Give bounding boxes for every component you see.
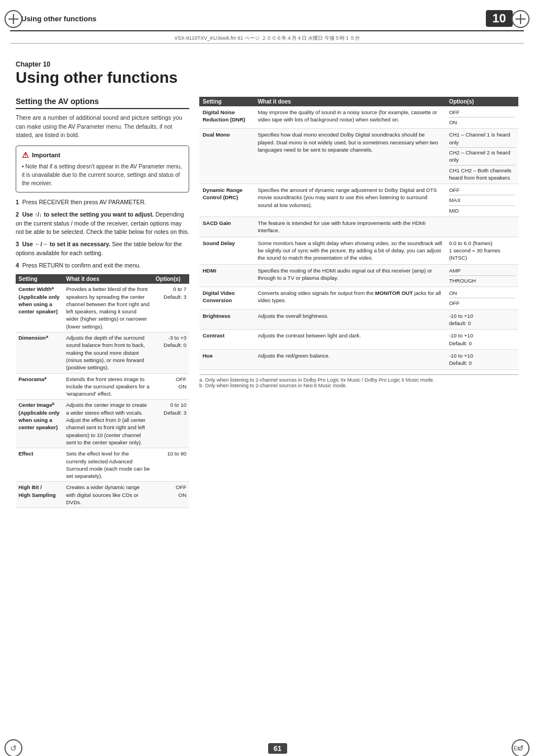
important-title: ⚠ Important [22, 151, 183, 159]
right-setting-what: May improve the quality of sound in a no… [254, 106, 446, 129]
right-setting-name: Digital Noise Reduction (DNR) [199, 106, 254, 129]
left-table-header-options: Option(s) [153, 274, 189, 284]
right-table-row: BrightnessAdjusts the overall brightness… [199, 309, 518, 330]
left-setting-options: 0 to 7 Default: 3 [153, 284, 189, 332]
left-table-row: Center Imageᵇ (Applicable only when usin… [16, 400, 189, 448]
page-lang: En [514, 745, 521, 752]
right-setting-what: Specifies the amount of dynamic range ad… [254, 184, 446, 217]
right-setting-name: Sound Delay [199, 237, 254, 264]
two-column-layout: Setting the AV options There are a numbe… [16, 97, 518, 509]
left-setting-options: -3 to +3 Default: 0 [153, 332, 189, 373]
right-setting-name: Dynamic Range Control (DRC) [199, 184, 254, 217]
left-setting-options: 0 to 10 Default: 3 [153, 400, 189, 448]
step-1: 1 Press RECEIVER then press AV PARAMETER… [16, 198, 189, 207]
right-table-row: Dual MonoSpecifies how dual mono encoded… [199, 129, 518, 184]
left-setting-name: Center Widthᵃ (Applicable only when usin… [16, 284, 63, 332]
left-setting-name: Panoramaᵃ [16, 373, 63, 400]
right-table-row: Digital Noise Reduction (DNR)May improve… [199, 106, 518, 129]
page-number: 61 [268, 743, 287, 754]
right-setting-options: ONOFF [446, 287, 518, 310]
right-setting-name: SACD Gain [199, 217, 254, 237]
corner-decoration-tr [512, 10, 530, 28]
right-setting-what: Adjusts the overall brightness. [254, 309, 446, 330]
right-table-row: Sound DelaySome monitors have a slight d… [199, 237, 518, 264]
corner-decoration-tl [4, 10, 22, 28]
section-intro: There are a number of additional sound a… [16, 114, 189, 140]
right-setting-what: Adjusts the contrast between light and d… [254, 330, 446, 350]
left-setting-name: Dimensionᵃ [16, 332, 63, 373]
left-setting-options: OFF ON [153, 373, 189, 400]
right-table-row: Digital Video ConversionConverts analog … [199, 287, 518, 310]
chapter-label: Chapter 10 [16, 60, 518, 68]
right-column: Setting What it does Option(s) Digital N… [199, 97, 518, 388]
right-setting-name: Hue [199, 349, 254, 369]
right-table-row: Dynamic Range Control (DRC)Specifies the… [199, 184, 518, 217]
right-setting-options: -10 to +10 Default: 0 [446, 330, 518, 350]
left-setting-what: Adjusts the center image to create a wid… [63, 400, 153, 448]
footnote-b: b. Only when listening to 2-channel sour… [199, 383, 518, 388]
step-2: 2 Use ↑/↓ to select the setting you want… [16, 210, 189, 237]
left-table-header-setting: Setting [16, 274, 63, 284]
right-table-row: HueAdjusts the red/green balance.-10 to … [199, 349, 518, 369]
header-chapter-number: 10 [486, 10, 513, 27]
right-setting-name: Brightness [199, 309, 254, 330]
warning-icon: ⚠ [22, 151, 29, 159]
section-title: Setting the AV options [16, 97, 189, 109]
step-3: 3 Use ←/→ to set it as necessary. See th… [16, 240, 189, 258]
left-table-row: PanoramaᵃExtends the front stereo image … [16, 373, 189, 400]
right-setting-name: Dual Mono [199, 129, 254, 184]
right-settings-table: Setting What it does Option(s) Digital N… [199, 97, 518, 370]
chapter-title: Using other functions [16, 69, 518, 87]
left-setting-what: Provides a better blend of the front spe… [63, 284, 153, 332]
right-setting-options: 0.0 to 6.0 (frames) 1 second = 30 frames… [446, 237, 518, 264]
page-footer: 61 En [0, 743, 534, 754]
left-table-row: DimensionᵃAdjusts the depth of the surro… [16, 332, 189, 373]
right-setting-options: -10 to +10 default: 0 [446, 309, 518, 330]
footnote-a: a. Only when listening to 2-channel sour… [199, 377, 518, 383]
left-setting-name: Center Imageᵇ (Applicable only when usin… [16, 400, 63, 448]
right-table-header-options: Option(s) [446, 97, 518, 106]
file-info: VSX-9110TXV_KU.book.fm 61 ページ ２００６年４月４日 … [10, 34, 524, 44]
right-setting-what: Some monitors have a slight delay when s… [254, 237, 446, 264]
right-setting-options: -10 to +10 Default: 0 [446, 349, 518, 369]
left-setting-what: Creates a wider dynamic range with digit… [63, 482, 153, 508]
right-setting-options [446, 217, 518, 237]
main-content: Chapter 10 Using other functions Setting… [10, 60, 524, 508]
right-table-row: ContrastAdjusts the contrast between lig… [199, 330, 518, 350]
right-setting-name: Contrast [199, 330, 254, 350]
left-setting-options: OFF ON [153, 482, 189, 508]
left-table-row: EffectSets the effect level for the curr… [16, 448, 189, 482]
left-setting-what: Extends the front stereo image to includ… [63, 373, 153, 400]
right-table-header-setting: Setting [199, 97, 254, 106]
right-setting-what: Converts analog video signals for output… [254, 287, 446, 310]
right-setting-options: OFFMAXMID [446, 184, 518, 217]
right-setting-name: HDMI [199, 264, 254, 287]
left-setting-name: Effect [16, 448, 63, 482]
important-box: ⚠ Important • Note that if a setting doe… [16, 145, 189, 192]
footnotes: a. Only when listening to 2-channel sour… [199, 374, 518, 388]
right-setting-options: AMPTHROUGH [446, 264, 518, 287]
important-body: • Note that if a setting doesn't appear … [22, 162, 183, 187]
right-setting-what: Adjusts the red/green balance. [254, 349, 446, 369]
right-table-header-what: What it does [254, 97, 446, 106]
left-column: Setting the AV options There are a numbe… [16, 97, 189, 509]
left-table-row: High Bit / High SamplingCreates a wider … [16, 482, 189, 508]
top-header: Using other functions 10 [10, 6, 524, 31]
right-setting-options: OFFON [446, 106, 518, 129]
right-setting-options: CH1 – Channel 1 is heard onlyCH2 – Chann… [446, 129, 518, 184]
left-setting-name: High Bit / High Sampling [16, 482, 63, 508]
step-4: 4 Press RETURN to confirm and exit the m… [16, 261, 189, 270]
right-setting-what: Specifies how dual mono encoded Dolby Di… [254, 129, 446, 184]
left-setting-what: Sets the effect level for the currently … [63, 448, 153, 482]
right-table-row: SACD GainThe feature is intended for use… [199, 217, 518, 237]
page: ↺ ↺ Using other functions 10 VSX-9110TXV… [0, 6, 534, 756]
header-title: Using other functions [21, 15, 96, 23]
right-table-row: HDMISpecifies the routing of the HDMI au… [199, 264, 518, 287]
left-table-row: Center Widthᵃ (Applicable only when usin… [16, 284, 189, 332]
right-setting-name: Digital Video Conversion [199, 287, 254, 310]
right-setting-what: Specifies the routing of the HDMI audio … [254, 264, 446, 287]
left-settings-table: Setting What it does Option(s) Center Wi… [16, 274, 189, 508]
right-setting-what: The feature is intended for use with fut… [254, 217, 446, 237]
left-setting-options: 10 to 90 [153, 448, 189, 482]
left-table-header-what: What it does [63, 274, 153, 284]
